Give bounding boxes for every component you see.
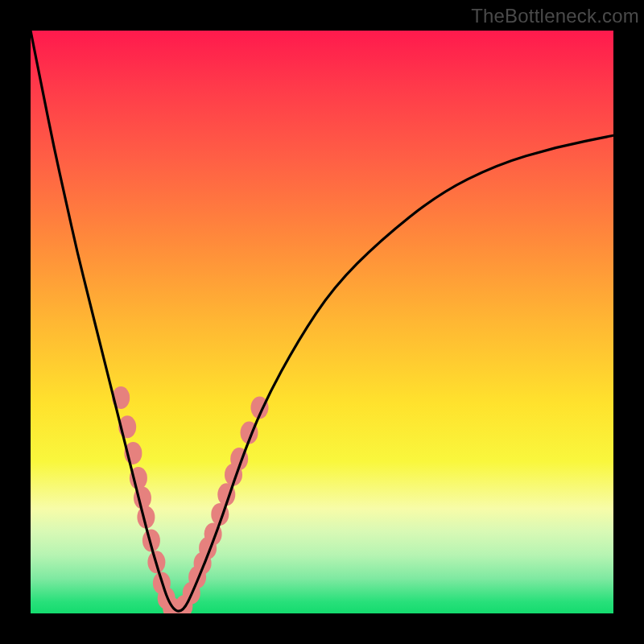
chart-overlay xyxy=(31,31,613,613)
bottleneck-curve xyxy=(31,31,613,611)
watermark-text: TheBottleneck.com xyxy=(471,5,639,27)
plot-area xyxy=(31,31,613,613)
chart-frame: TheBottleneck.com xyxy=(0,0,644,644)
highlight-blob-layer xyxy=(112,386,268,613)
